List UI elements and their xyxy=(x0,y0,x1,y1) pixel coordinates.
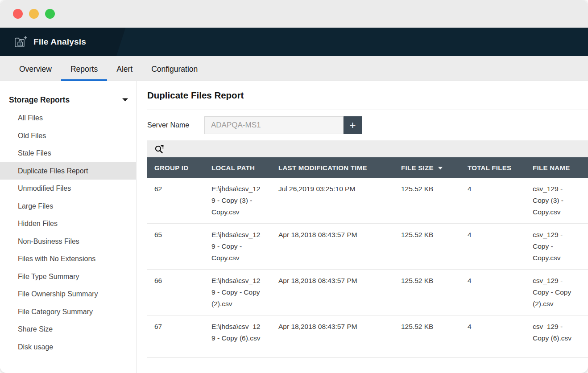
column-header-local-path[interactable]: LOCAL PATH xyxy=(204,157,271,178)
app-window: File Analysis OverviewReportsAlertConfig… xyxy=(0,0,588,373)
sidebar-list: All FilesOld FilesStale FilesDuplicate F… xyxy=(0,109,136,356)
cell-file-size: 125.52 KB xyxy=(394,270,460,316)
cell-local-path: E:\jhdsa\csv_129 - Copy - Copy.csv xyxy=(204,224,271,270)
page-title: Duplicate Files Report xyxy=(147,89,588,102)
table-toolbar xyxy=(147,140,588,157)
cell-file-name: csv_129 - Copy - Copy (2).csv xyxy=(526,270,588,316)
table-row[interactable]: 62E:\jhdsa\csv_129 - Copy (3) - Copy.csv… xyxy=(147,178,588,224)
cell-total-files: 4 xyxy=(460,270,526,316)
cell-file-name: csv_129 - Copy (3) - Copy.csv xyxy=(526,178,588,224)
server-name-input[interactable] xyxy=(204,116,344,134)
cell-group-id: 67 xyxy=(147,316,204,358)
tab-configuration[interactable]: Configuration xyxy=(142,56,207,81)
column-header-group-id[interactable]: GROUP ID xyxy=(147,157,204,178)
zoom-window-button[interactable] xyxy=(45,9,55,19)
tab-reports[interactable]: Reports xyxy=(61,56,107,81)
main-panel: Duplicate Files Report Server Name + xyxy=(137,81,588,373)
sidebar-item-stale-files[interactable]: Stale Files xyxy=(0,144,136,162)
column-header-last-modification-time[interactable]: LAST MODIFICATION TIME xyxy=(271,157,394,178)
cell-group-id: 65 xyxy=(147,224,204,270)
cell-group-id: 62 xyxy=(147,178,204,224)
cell-last-modification-time: Apr 18,2018 08:43:57 PM xyxy=(271,316,394,358)
table-row[interactable]: 66E:\jhdsa\csv_129 - Copy - Copy (2).csv… xyxy=(147,270,588,316)
column-label: LAST MODIFICATION TIME xyxy=(278,164,367,172)
cell-last-modification-time: Apr 18,2018 08:43:57 PM xyxy=(271,224,394,270)
cell-last-modification-time: Jul 26,2019 03:25:10 PM xyxy=(271,178,394,224)
sidebar-item-file-ownership-summary[interactable]: File Ownership Summary xyxy=(0,285,136,303)
cell-last-modification-time: Apr 18,2018 08:43:57 PM xyxy=(271,270,394,316)
table-row[interactable]: 65E:\jhdsa\csv_129 - Copy - Copy.csvApr … xyxy=(147,224,588,270)
search-filter-icon[interactable] xyxy=(154,143,165,154)
cell-group-id: 66 xyxy=(147,270,204,316)
column-header-total-files[interactable]: TOTAL FILES xyxy=(460,157,526,178)
sidebar-item-disk-usage[interactable]: Disk usage xyxy=(0,338,136,356)
column-label: GROUP ID xyxy=(154,164,188,172)
cell-local-path: E:\jhdsa\csv_129 - Copy (3) - Copy.csv xyxy=(204,178,271,224)
sidebar-item-file-category-summary[interactable]: File Category Summary xyxy=(0,303,136,321)
window-titlebar xyxy=(0,0,588,28)
sidebar-item-file-type-summary[interactable]: File Type Summary xyxy=(0,268,136,286)
sidebar: Storage Reports All FilesOld FilesStale … xyxy=(0,81,137,373)
sidebar-item-share-size[interactable]: Share Size xyxy=(0,320,136,338)
server-name-row: Server Name + xyxy=(147,116,588,134)
cell-file-size: 125.52 KB xyxy=(394,178,460,224)
duplicate-files-table: GROUP ID LOCAL PATH LAST MODIFICATION TI… xyxy=(147,157,588,358)
sidebar-item-large-files[interactable]: Large Files xyxy=(0,197,136,215)
cell-total-files: 4 xyxy=(460,316,526,358)
folder-lock-plus-icon xyxy=(13,35,28,49)
cell-local-path: E:\jhdsa\csv_129 - Copy (6).csv xyxy=(204,316,271,358)
minimize-window-button[interactable] xyxy=(29,9,39,19)
sidebar-item-all-files[interactable]: All Files xyxy=(0,109,136,127)
cell-local-path: E:\jhdsa\csv_129 - Copy - Copy (2).csv xyxy=(204,270,271,316)
table-header-row: GROUP ID LOCAL PATH LAST MODIFICATION TI… xyxy=(147,157,588,178)
sort-desc-icon xyxy=(438,164,443,171)
content-area: Storage Reports All FilesOld FilesStale … xyxy=(0,81,588,373)
app-title: File Analysis xyxy=(33,37,86,47)
chevron-down-icon xyxy=(122,98,128,102)
table-body: 62E:\jhdsa\csv_129 - Copy (3) - Copy.csv… xyxy=(147,178,588,358)
cell-file-name: csv_129 - Copy (6).csv xyxy=(526,316,588,358)
server-name-label: Server Name xyxy=(147,121,204,129)
column-label: FILE NAME xyxy=(533,164,570,172)
sidebar-item-non-business-files[interactable]: Non-Business Files xyxy=(0,233,136,250)
tab-overview[interactable]: Overview xyxy=(10,56,61,81)
cell-total-files: 4 xyxy=(460,178,526,224)
column-label: FILE SIZE xyxy=(401,164,434,172)
tab-alert[interactable]: Alert xyxy=(107,56,142,81)
cell-total-files: 4 xyxy=(460,224,526,270)
sidebar-item-old-files[interactable]: Old Files xyxy=(0,127,136,145)
tab-bar: OverviewReportsAlertConfiguration xyxy=(0,56,588,81)
sidebar-item-hidden-files[interactable]: Hidden Files xyxy=(0,215,136,233)
table-row[interactable]: 67E:\jhdsa\csv_129 - Copy (6).csvApr 18,… xyxy=(147,316,588,358)
sidebar-item-files-with-no-extensions[interactable]: Files with No Extensions xyxy=(0,250,136,268)
sidebar-item-duplicate-files-report[interactable]: Duplicate Files Report xyxy=(0,162,136,180)
column-label: LOCAL PATH xyxy=(211,164,255,172)
app-header: File Analysis xyxy=(0,28,588,56)
cell-file-size: 125.52 KB xyxy=(394,224,460,270)
column-header-file-name[interactable]: FILE NAME xyxy=(526,157,588,178)
column-label: TOTAL FILES xyxy=(468,164,511,172)
sidebar-item-unmodified-files[interactable]: Unmodified Files xyxy=(0,180,136,197)
column-header-file-size[interactable]: FILE SIZE xyxy=(394,157,460,178)
sidebar-section-storage-reports[interactable]: Storage Reports xyxy=(0,90,136,109)
title-divider xyxy=(147,110,588,110)
close-window-button[interactable] xyxy=(13,9,23,19)
cell-file-name: csv_129 - Copy - Copy.csv xyxy=(526,224,588,270)
cell-file-size: 125.52 KB xyxy=(394,316,460,358)
sidebar-section-title: Storage Reports xyxy=(9,95,122,105)
add-server-button[interactable]: + xyxy=(344,116,362,134)
